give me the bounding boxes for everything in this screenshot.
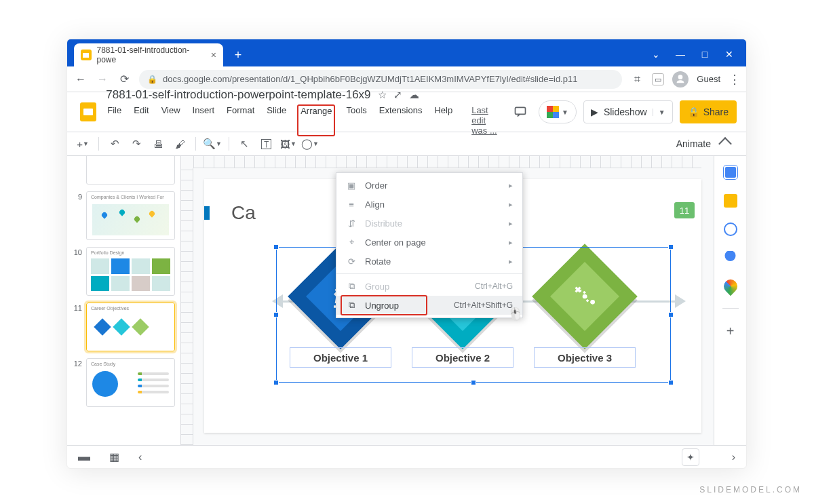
- minimize-icon[interactable]: ―: [676, 49, 685, 60]
- new-tab-button[interactable]: +: [229, 45, 248, 64]
- translate-icon[interactable]: ⌗: [630, 73, 644, 85]
- slideshow-button[interactable]: ▶ Slideshow ▼: [583, 100, 673, 123]
- browser-menu-icon[interactable]: ⋮: [729, 72, 739, 87]
- textbox-icon[interactable]: 🅃: [258, 135, 275, 153]
- side-panel: +: [714, 156, 746, 445]
- center-icon: ⌖: [346, 237, 357, 248]
- menu-file[interactable]: File: [106, 104, 123, 136]
- menu-slide[interactable]: Slide: [265, 104, 288, 136]
- thumbnail-panel: 9 Companies & Clients I Worked For 10 Po…: [67, 156, 181, 445]
- keep-icon[interactable]: [724, 194, 737, 208]
- share-label: Share: [703, 106, 729, 117]
- tab-close-icon[interactable]: ×: [211, 50, 216, 60]
- share-button[interactable]: 🔒 Share: [680, 100, 737, 123]
- svg-rect-2: [515, 107, 525, 114]
- play-icon: ▶: [591, 106, 598, 117]
- resize-handle[interactable]: [273, 380, 279, 385]
- watermark: SLIDEMODEL.COM: [699, 485, 802, 495]
- contacts-icon[interactable]: [724, 251, 737, 265]
- menu-order[interactable]: ▣Order▸: [336, 176, 522, 195]
- maps-icon[interactable]: [720, 277, 739, 296]
- calendar-icon[interactable]: [724, 166, 737, 179]
- tasks-icon[interactable]: [724, 222, 737, 236]
- collapse-animate-icon[interactable]: [718, 137, 732, 151]
- explore-button[interactable]: ✦: [682, 448, 699, 466]
- zoom-icon[interactable]: 🔍 ▼: [203, 135, 222, 153]
- paint-format-icon[interactable]: 🖌: [171, 135, 189, 153]
- profile-avatar[interactable]: [672, 71, 689, 88]
- maximize-icon[interactable]: □: [700, 49, 710, 60]
- resize-handle[interactable]: [668, 312, 674, 317]
- last-edit-link[interactable]: Last edit was ...: [470, 104, 502, 136]
- back-icon[interactable]: ←: [74, 73, 88, 85]
- menu-align[interactable]: ≡Align▸: [336, 195, 522, 214]
- grid-view-icon[interactable]: ▦: [109, 450, 119, 463]
- menu-extensions[interactable]: Extensions: [378, 104, 424, 136]
- slide-heading: Ca: [231, 202, 256, 224]
- resize-handle[interactable]: [668, 244, 674, 250]
- menu-format[interactable]: Format: [225, 104, 256, 136]
- distribute-icon: ⇵: [346, 218, 357, 229]
- menu-help[interactable]: Help: [433, 104, 454, 136]
- reload-icon[interactable]: ⟳: [117, 73, 131, 85]
- animate-label[interactable]: Animate: [676, 138, 711, 149]
- comments-icon[interactable]: [509, 100, 532, 123]
- slides-favicon: [81, 50, 92, 60]
- new-slide-button[interactable]: + ▼: [74, 135, 92, 153]
- address-bar[interactable]: 🔒 docs.google.com/presentation/d/1_QHpbi…: [139, 70, 622, 89]
- print-icon[interactable]: 🖶: [149, 135, 167, 153]
- menu-center-on-page[interactable]: ⌖Center on page▸: [336, 233, 522, 252]
- chevron-down-icon[interactable]: ⌄: [651, 49, 661, 60]
- menu-arrange[interactable]: Arrange: [297, 104, 335, 136]
- menu-view[interactable]: View: [160, 104, 182, 136]
- lock-icon: 🔒: [688, 106, 699, 117]
- menu-edit[interactable]: Edit: [132, 104, 150, 136]
- thumbnail[interactable]: 10 Portfolio Design: [73, 247, 175, 296]
- add-addon-icon[interactable]: +: [726, 324, 735, 339]
- resize-handle[interactable]: [273, 312, 279, 317]
- resize-handle[interactable]: [273, 244, 279, 250]
- side-panel-toggle-icon[interactable]: ›: [732, 451, 735, 463]
- resize-handle[interactable]: [668, 380, 674, 385]
- star-icon[interactable]: ☆: [378, 89, 387, 101]
- slide-number-badge: 11: [674, 202, 695, 218]
- url-text: docs.google.com/presentation/d/1_QHpbih6…: [163, 74, 577, 84]
- browser-tab[interactable]: 7881-01-self-introduction-powe ×: [74, 43, 223, 66]
- forward-icon[interactable]: →: [96, 73, 109, 85]
- document-title[interactable]: 7881-01-self-introduction-powerpoint-tem…: [106, 88, 370, 102]
- menu-insert[interactable]: Insert: [191, 104, 216, 136]
- select-tool-icon[interactable]: ↖: [236, 135, 254, 153]
- align-icon: ≡: [346, 199, 357, 210]
- shape-icon[interactable]: ◯ ▼: [301, 135, 319, 153]
- move-icon[interactable]: ⤢: [393, 89, 402, 101]
- menu-rotate[interactable]: ⟳Rotate▸: [336, 252, 522, 271]
- vertical-ruler: [181, 168, 193, 445]
- cursor-pointer-icon: 🖱️: [507, 305, 524, 322]
- window-controls: ⌄ ― □ ✕: [651, 49, 746, 66]
- image-icon[interactable]: 🖼 ▼: [279, 135, 297, 153]
- close-window-icon[interactable]: ✕: [724, 49, 734, 60]
- thumbnail[interactable]: [73, 156, 175, 185]
- menu-group: ⧉GroupCtrl+Alt+G: [336, 277, 522, 296]
- collapse-thumbs-icon[interactable]: ‹: [138, 451, 142, 463]
- meet-icon: [547, 106, 559, 118]
- cloud-status-icon[interactable]: ☁: [409, 89, 419, 101]
- thumbnail[interactable]: 9 Companies & Clients I Worked For: [73, 191, 175, 240]
- menu-ungroup[interactable]: ⧉ Ungroup Ctrl+Alt+Shift+G: [336, 296, 522, 315]
- slide-accent: [204, 206, 210, 220]
- resize-handle[interactable]: [471, 380, 476, 385]
- undo-icon[interactable]: ↶: [106, 135, 123, 153]
- thumbnail-active[interactable]: 11 Career Objectives: [73, 303, 175, 351]
- redo-icon[interactable]: ↷: [128, 135, 145, 153]
- thumbnail[interactable]: 12 Case Study: [73, 358, 175, 407]
- meet-button[interactable]: ▼: [539, 100, 577, 123]
- svg-rect-1: [83, 109, 93, 115]
- filmstrip-view-icon[interactable]: ▬: [78, 450, 90, 464]
- google-slides-logo-icon[interactable]: [77, 100, 99, 124]
- horizontal-ruler: [193, 156, 701, 168]
- menu-bar: File Edit View Insert Format Slide Arran…: [106, 104, 502, 136]
- lock-icon: 🔒: [147, 75, 157, 84]
- arrange-dropdown: ▣Order▸ ≡Align▸ ⇵Distribute▸ ⌖Center on …: [336, 172, 523, 318]
- menu-tools[interactable]: Tools: [345, 104, 368, 136]
- reader-icon[interactable]: ▭: [652, 73, 664, 85]
